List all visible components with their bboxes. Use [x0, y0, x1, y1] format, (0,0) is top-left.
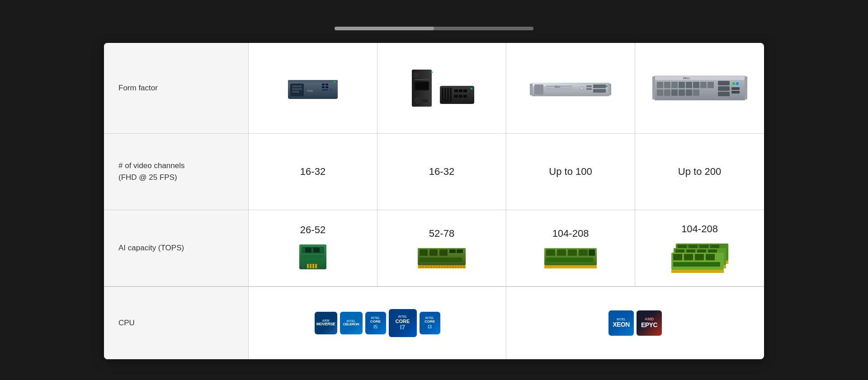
comparison-table: Form factor: [104, 43, 764, 359]
svg-rect-134: [673, 254, 682, 260]
svg-rect-135: [684, 254, 693, 260]
svg-rect-136: [695, 254, 704, 260]
svg-rect-37: [534, 84, 543, 94]
svg-rect-83: [310, 264, 311, 268]
svg-point-12: [334, 81, 335, 83]
svg-rect-103: [444, 266, 446, 268]
svg-rect-67: [718, 86, 730, 91]
core-i7-badge: intel CORE i7: [389, 309, 417, 337]
ai-capacity-label: AI capacity (TOPS): [118, 242, 184, 254]
cpu-col-left: arm MOVERSE intel CELERON intel CORE i5: [249, 287, 506, 359]
svg-rect-66: [718, 81, 730, 85]
svg-rect-51: [654, 75, 745, 80]
ai-capacity-col4: 104-208: [635, 210, 764, 286]
svg-rect-5: [292, 91, 299, 93]
svg-rect-32: [459, 95, 462, 98]
form-factor-col3: DELL: [506, 43, 635, 133]
svg-rect-53: [664, 82, 670, 88]
svg-rect-87: [420, 249, 428, 256]
rack-1u-image: DELL: [530, 75, 611, 102]
svg-rect-101: [439, 266, 440, 268]
svg-rect-113: [557, 249, 566, 256]
mini-pc-image: Pufu: [286, 75, 340, 102]
svg-rect-26: [447, 88, 449, 102]
ai-capacity-label-cell: AI capacity (TOPS): [104, 210, 249, 286]
form-factor-label: Form factor: [118, 82, 158, 94]
svg-rect-6: [322, 84, 325, 85]
svg-rect-99: [433, 266, 435, 268]
svg-rect-55: [679, 82, 685, 88]
svg-rect-24: [442, 88, 443, 102]
svg-rect-42: [586, 85, 592, 87]
svg-rect-47: [530, 84, 533, 95]
svg-rect-96: [425, 266, 427, 268]
svg-point-34: [471, 88, 472, 89]
svg-point-20: [416, 99, 418, 101]
svg-rect-106: [452, 266, 454, 268]
svg-rect-64: [686, 89, 692, 96]
svg-rect-118: [544, 265, 597, 268]
cpu-col-right: intel XEON AMD EPYC: [506, 287, 764, 359]
svg-rect-61: [664, 89, 670, 96]
svg-rect-60: [657, 89, 663, 96]
form-factor-col1: Pufu: [249, 43, 377, 133]
svg-rect-77: [302, 247, 324, 253]
svg-rect-18: [415, 82, 428, 89]
svg-rect-114: [568, 249, 577, 256]
svg-rect-48: [609, 84, 611, 95]
svg-rect-52: [657, 82, 663, 88]
video-channels-col2-value: 16-32: [429, 166, 454, 178]
svg-rect-98: [430, 266, 432, 268]
svg-rect-92: [457, 249, 463, 253]
svg-rect-73: [652, 76, 655, 99]
svg-rect-109: [460, 266, 462, 268]
svg-rect-56: [686, 82, 692, 88]
svg-rect-102: [441, 266, 443, 268]
ai-tops-col2: 52-78: [429, 228, 454, 239]
svg-rect-117: [589, 249, 595, 256]
svg-point-70: [736, 82, 739, 85]
video-channels-col4: Up to 200: [635, 134, 764, 210]
svg-rect-62: [671, 89, 678, 96]
svg-rect-45: [593, 89, 606, 93]
svg-rect-88: [429, 249, 438, 256]
cpu-badges-right: intel XEON AMD EPYC: [609, 310, 662, 336]
video-channels-col3-value: Up to 100: [549, 166, 592, 178]
svg-rect-116: [546, 258, 593, 262]
svg-rect-65: [693, 89, 699, 96]
xeon-badge: intel XEON: [609, 310, 634, 336]
tower-embedded-image: [408, 68, 475, 108]
cpu-label: CPU: [118, 317, 135, 329]
ai-tops-col4: 104-208: [681, 223, 718, 235]
form-factor-col4: DELL: [635, 43, 764, 133]
svg-rect-54: [671, 82, 678, 88]
svg-rect-84: [312, 264, 314, 268]
svg-rect-105: [449, 266, 451, 268]
cpu-label-cell: CPU: [104, 287, 249, 359]
ai-capacity-row: AI capacity (TOPS) 26-52: [104, 210, 764, 286]
ai-capacity-col3: 104-208: [506, 210, 635, 286]
ai-capacity-col1: 26-52: [249, 210, 377, 286]
core-i3-badge: intel CORE i3: [420, 312, 440, 334]
svg-rect-81: [313, 248, 320, 253]
ai-tops-col1: 26-52: [300, 224, 326, 236]
svg-rect-71: [731, 87, 740, 90]
core-i5-badge: intel CORE i5: [365, 312, 386, 334]
rack-2u-image: DELL: [652, 71, 747, 105]
svg-point-46: [606, 85, 608, 87]
svg-rect-112: [546, 249, 555, 256]
svg-rect-28: [454, 89, 458, 92]
svg-rect-78: [302, 255, 324, 258]
form-factor-row: Form factor: [104, 43, 764, 134]
svg-rect-9: [326, 86, 328, 88]
svg-rect-8: [322, 86, 325, 88]
arm-badge: arm MOVERSE: [315, 312, 337, 334]
svg-rect-29: [459, 89, 462, 92]
svg-rect-44: [593, 84, 606, 88]
svg-rect-21: [422, 99, 428, 102]
svg-rect-74: [745, 76, 747, 99]
svg-point-69: [732, 82, 735, 85]
video-channels-label: # of video channels(FHD @ 25 FPS): [118, 160, 185, 183]
svg-rect-80: [305, 248, 311, 253]
svg-rect-91: [449, 249, 456, 253]
